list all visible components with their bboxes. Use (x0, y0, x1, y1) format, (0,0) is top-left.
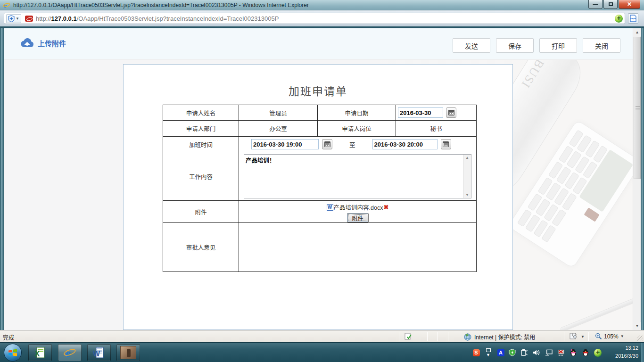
window-frame-right (641, 28, 644, 330)
web-page: 上传附件 发送 保存 打印 关闭 BUSI (4, 28, 633, 330)
overtime-start-calendar-button[interactable] (322, 139, 332, 149)
overtime-start-input[interactable] (251, 139, 319, 149)
attachment-button[interactable]: 附件 (347, 213, 369, 222)
calendar-icon (443, 141, 449, 147)
show-desktop-button[interactable] (641, 343, 644, 362)
work-content-cell: 产品培训！ ▲ ▼ (239, 152, 477, 201)
scrollbar-down-icon[interactable]: ▼ (633, 322, 641, 330)
resize-grip (637, 336, 643, 341)
status-bar: 完成 Internet | 保护模式: 禁用 (0, 330, 644, 342)
save-button[interactable]: 保存 (496, 38, 534, 53)
window-titlebar: e http://127.0.0.1/OAapp/HtTrace0503Serv… (0, 0, 644, 10)
textarea-scrollbar[interactable]: ▲ ▼ (463, 155, 471, 198)
address-input[interactable]: ▼ http://127.0.0.1/OAapp/HtTrace0503Serv… (4, 13, 625, 24)
form-panel: 加班申请单 申请人姓名 管理员 申请日期 (123, 64, 513, 330)
toolbar: 发送 保存 打印 关闭 (453, 38, 620, 53)
applicant-name-label: 申请人姓名 (163, 105, 239, 121)
apply-date-calendar-button[interactable] (446, 107, 456, 118)
scrollbar-thumb[interactable] (634, 37, 641, 179)
scrollbar-up-icon[interactable]: ▲ (633, 28, 641, 36)
tray-security-shield-icon[interactable] (508, 349, 516, 356)
svg-text:e: e (4, 1, 7, 8)
department-label: 申请人部门 (163, 121, 239, 137)
tray-clock[interactable]: 13:12 2016/3/30 (601, 344, 638, 360)
page-scrollbar[interactable]: ▲ ▼ (633, 28, 641, 330)
smartscreen-button[interactable] (570, 333, 578, 340)
close-button[interactable]: ✕ (619, 0, 640, 9)
chevron-down-icon: ▼ (16, 16, 19, 21)
svg-text:e: e (66, 347, 71, 359)
site-favicon (25, 16, 33, 22)
cloud-upload-icon (20, 38, 34, 48)
tray-qq-red-icon[interactable] (582, 349, 589, 356)
close-page-button[interactable]: 关闭 (583, 38, 620, 53)
overtime-end-calendar-button[interactable] (441, 139, 451, 149)
delete-attachment-icon[interactable]: ✖ (383, 204, 388, 210)
excel-icon: X (34, 346, 46, 359)
tray-sogou-icon[interactable]: S (472, 349, 480, 356)
form-title: 加班申请单 (124, 82, 512, 99)
status-text: 完成 (3, 333, 14, 341)
send-button[interactable]: 发送 (453, 38, 490, 53)
word-icon: W (93, 346, 105, 359)
addon-plus-icon[interactable] (615, 15, 623, 23)
tray-ime-icon[interactable]: A (497, 349, 504, 356)
zoom-level-text: 105% (604, 333, 619, 340)
page-title: 上传附件 (38, 38, 66, 48)
taskbar-item-excel[interactable]: X (28, 344, 52, 361)
zoom-icon (595, 333, 602, 340)
apply-date-label: 申请日期 (318, 105, 396, 121)
zone-text: Internet | 保护模式: 禁用 (474, 333, 535, 341)
taskbar-item-word[interactable]: W (87, 344, 111, 361)
compatibility-view-button[interactable] (628, 13, 638, 24)
print-button[interactable]: 打印 (539, 38, 577, 53)
position-label: 申请人岗位 (318, 121, 396, 137)
zoom-dropdown-icon[interactable]: ▼ (620, 334, 624, 338)
svg-text:X: X (34, 349, 40, 358)
word-doc-icon: W (327, 204, 333, 211)
overtime-time-label: 加班时间 (163, 137, 239, 152)
desktop-screen: e http://127.0.0.1/OAapp/HtTrace0503Serv… (0, 0, 644, 362)
ie-icon: e (63, 346, 76, 359)
table-row: 附件 W 产品培训内容.docx ✖ 附件 (163, 201, 477, 223)
maximize-icon (609, 2, 613, 6)
start-button[interactable] (4, 344, 22, 362)
overtime-end-input[interactable] (372, 139, 438, 149)
tray-qq-pink-icon[interactable] (570, 349, 577, 356)
tray-show-hidden-icons[interactable]: ▼ (485, 349, 492, 356)
table-row: 申请人部门 办公室 申请人岗位 秘书 (163, 121, 477, 137)
url-text[interactable]: http://127.0.0.1/OAapp/HtTrace0503Servle… (36, 15, 279, 22)
favorites-shield-button[interactable]: ▼ (6, 14, 21, 23)
department-value: 办公室 (239, 121, 318, 137)
apply-date-input[interactable] (398, 107, 443, 118)
taskbar-item-photo-viewer[interactable] (116, 344, 140, 361)
page-content: BUSI 加班申请单 申请人姓名 管理员 (4, 60, 633, 330)
taskbar-item-internet-explorer[interactable]: e (58, 344, 82, 361)
scrollbar-grip (636, 106, 640, 109)
tray-network-icon[interactable] (545, 349, 553, 356)
script-status-icon[interactable] (405, 333, 412, 340)
overtime-form-table: 申请人姓名 管理员 申请日期 申请人部门 办公室 申请人 (163, 105, 477, 272)
approver-comment-cell[interactable] (239, 223, 477, 272)
svg-text:W: W (93, 350, 100, 358)
tray-power-plug-icon[interactable] (520, 349, 528, 356)
minimize-button[interactable]: — (588, 0, 603, 9)
work-content-textarea[interactable]: 产品培训！ ▲ ▼ (244, 154, 471, 198)
applicant-name-value: 管理员 (239, 105, 318, 121)
address-bar: ▼ http://127.0.0.1/OAapp/HtTrace0503Serv… (0, 10, 644, 26)
attachment-label: 附件 (163, 201, 239, 223)
smartscreen-dropdown-icon[interactable]: ▼ (581, 335, 585, 339)
table-row: 工作内容 产品培训！ ▲ ▼ (163, 152, 477, 201)
overtime-time-cell: 至 (239, 137, 477, 152)
tray-volume-icon[interactable] (533, 349, 540, 356)
scroll-up-icon[interactable]: ▲ (463, 156, 471, 160)
tray-network-disconnected-icon[interactable] (557, 349, 565, 356)
attachment-filename[interactable]: 产品培训内容.docx (334, 203, 383, 212)
calendar-icon (448, 110, 454, 115)
clock-time: 13:12 (601, 344, 638, 352)
security-zone[interactable]: Internet | 保护模式: 禁用 (464, 333, 535, 341)
zoom-control[interactable]: 105% ▼ (595, 333, 624, 340)
page-header: 上传附件 发送 保存 打印 关闭 (4, 28, 633, 59)
maximize-button[interactable] (603, 0, 618, 9)
scroll-down-icon[interactable]: ▼ (463, 193, 471, 197)
